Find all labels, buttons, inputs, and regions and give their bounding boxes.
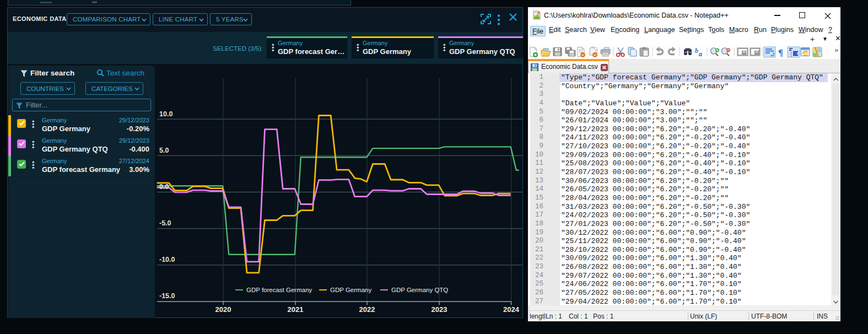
svg-text:b: b bbox=[695, 47, 698, 55]
svg-text:¶: ¶ bbox=[778, 47, 783, 58]
svg-text:»: » bbox=[834, 46, 838, 54]
svg-text:a: a bbox=[699, 50, 702, 58]
